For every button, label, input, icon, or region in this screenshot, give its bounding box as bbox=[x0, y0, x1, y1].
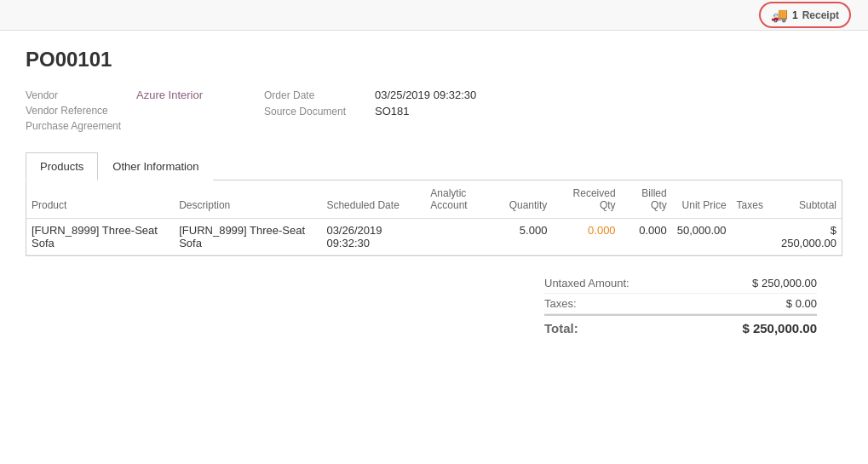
cell-received-qty: 0.000 bbox=[552, 219, 620, 255]
vendor-ref-row: Vendor Reference bbox=[26, 105, 264, 117]
order-date-label: Order Date bbox=[264, 89, 375, 101]
total-value: $ 250,000.00 bbox=[742, 321, 817, 335]
source-doc-value: SO181 bbox=[375, 105, 409, 117]
col-description: Description bbox=[174, 180, 321, 219]
purchase-agreement-row: Purchase Agreement bbox=[26, 120, 264, 132]
cell-product: [FURN_8999] Three-Seat Sofa bbox=[26, 219, 174, 255]
untaxed-amount-row: Untaxed Amount: $ 250,000.00 bbox=[544, 273, 817, 294]
info-block: Vendor Azure Interior Vendor Reference P… bbox=[26, 89, 842, 135]
taxes-label: Taxes: bbox=[544, 297, 577, 310]
source-doc-row: Source Document SO181 bbox=[264, 105, 842, 117]
top-bar: 🚚 1 Receipt bbox=[0, 0, 868, 31]
cell-analytic-account bbox=[425, 219, 503, 255]
col-taxes: Taxes bbox=[732, 180, 768, 219]
col-quantity: Quantity bbox=[504, 180, 553, 219]
cell-taxes bbox=[732, 219, 768, 255]
table-row[interactable]: [FURN_8999] Three-Seat Sofa [FURN_8999] … bbox=[26, 219, 842, 255]
receipt-label: Receipt bbox=[802, 9, 839, 21]
receipt-button[interactable]: 🚚 1 Receipt bbox=[759, 2, 851, 28]
tabs: Products Other Information bbox=[26, 152, 842, 180]
col-billed-qty: Billed Qty bbox=[621, 180, 672, 219]
tab-other-information[interactable]: Other Information bbox=[98, 152, 213, 180]
cell-unit-price: 50,000.00 bbox=[672, 219, 732, 255]
purchase-agreement-label: Purchase Agreement bbox=[26, 120, 136, 132]
table-header-row: Product Description Scheduled Date Analy… bbox=[26, 180, 842, 219]
col-received-qty: Received Qty bbox=[552, 180, 620, 219]
cell-quantity: 5.000 bbox=[504, 219, 553, 255]
vendor-label: Vendor bbox=[26, 89, 136, 101]
left-info: Vendor Azure Interior Vendor Reference P… bbox=[26, 89, 264, 135]
vendor-value[interactable]: Azure Interior bbox=[136, 89, 203, 101]
receipt-count: 1 bbox=[792, 9, 798, 21]
main-content: PO00101 Vendor Azure Interior Vendor Ref… bbox=[0, 31, 868, 364]
untaxed-label: Untaxed Amount: bbox=[544, 277, 629, 289]
cell-billed-qty: 0.000 bbox=[621, 219, 672, 255]
col-unit-price: Unit Price bbox=[672, 180, 732, 219]
source-doc-label: Source Document bbox=[264, 106, 375, 117]
totals-section: Untaxed Amount: $ 250,000.00 Taxes: $ 0.… bbox=[26, 256, 842, 347]
total-label: Total: bbox=[544, 321, 578, 335]
right-info: Order Date 03/25/2019 09:32:30 Source Do… bbox=[264, 89, 842, 135]
cell-description: [FURN_8999] Three-Seat Sofa bbox=[174, 219, 321, 255]
page-title: PO00101 bbox=[26, 48, 842, 72]
truck-icon: 🚚 bbox=[771, 7, 788, 23]
order-date-value: 03/25/2019 09:32:30 bbox=[375, 89, 476, 101]
tab-products[interactable]: Products bbox=[26, 152, 98, 180]
totals-table: Untaxed Amount: $ 250,000.00 Taxes: $ 0.… bbox=[544, 273, 817, 339]
col-scheduled-date: Scheduled Date bbox=[321, 180, 425, 219]
col-subtotal: Subtotal bbox=[768, 180, 842, 219]
tab-content-products: Product Description Scheduled Date Analy… bbox=[26, 180, 842, 256]
taxes-row: Taxes: $ 0.00 bbox=[544, 294, 817, 314]
taxes-value: $ 0.00 bbox=[786, 297, 817, 310]
cell-subtotal: $ 250,000.00 bbox=[768, 219, 842, 255]
untaxed-value: $ 250,000.00 bbox=[752, 277, 817, 289]
vendor-ref-label: Vendor Reference bbox=[26, 105, 136, 117]
cell-scheduled-date: 03/26/2019 09:32:30 bbox=[321, 219, 425, 255]
total-row: Total: $ 250,000.00 bbox=[544, 314, 817, 339]
col-analytic-account: Analytic Account bbox=[425, 180, 503, 219]
vendor-row: Vendor Azure Interior bbox=[26, 89, 264, 101]
products-table: Product Description Scheduled Date Analy… bbox=[26, 180, 842, 255]
order-date-row: Order Date 03/25/2019 09:32:30 bbox=[264, 89, 842, 101]
col-product: Product bbox=[26, 180, 174, 219]
